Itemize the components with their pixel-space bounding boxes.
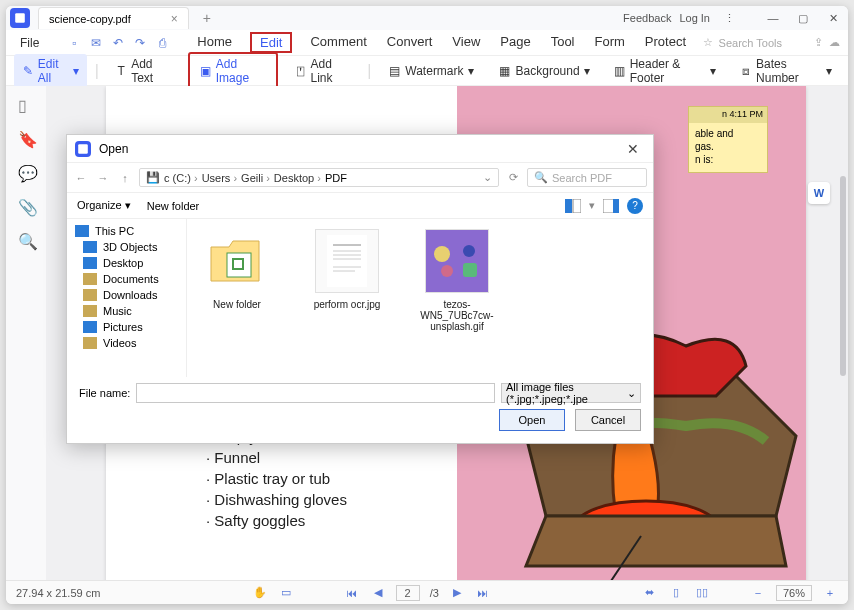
nav-forward-icon[interactable]: →	[95, 172, 111, 184]
search-panel-icon[interactable]: 🔍	[18, 232, 34, 248]
search-placeholder: Search PDF	[552, 172, 612, 184]
view-mode-icon[interactable]	[565, 199, 581, 213]
current-page[interactable]: 2	[396, 585, 420, 601]
tab-convert[interactable]: Convert	[385, 32, 435, 53]
file-item-jpg[interactable]: perform ocr.jpg	[307, 229, 387, 310]
nav-videos[interactable]: Videos	[67, 335, 186, 351]
bookmark-icon[interactable]: 🔖	[18, 130, 34, 146]
header-footer-button[interactable]: ▥ Header & Footer▾	[606, 54, 724, 88]
background-button[interactable]: ▦ Background▾	[490, 61, 598, 81]
thumbnails-icon[interactable]: ▯	[18, 96, 34, 112]
path-breadcrumb[interactable]: 💾 c (C:) Users Geili Desktop PDF ⌄	[139, 168, 499, 187]
mail-icon[interactable]: ✉	[87, 34, 105, 52]
login-link[interactable]: Log In	[679, 12, 710, 24]
last-page-icon[interactable]: ⏭	[475, 585, 491, 601]
tab-edit[interactable]: Edit	[250, 32, 292, 53]
hand-tool-icon[interactable]: ✋	[252, 585, 268, 601]
nav-back-icon[interactable]: ←	[73, 172, 89, 184]
statusbar: 27.94 x 21.59 cm ✋ ▭ ⏮ ◀ 2 /3 ▶ ⏭ ⬌ ▯ ▯▯…	[6, 580, 848, 604]
word-export-badge[interactable]: W	[808, 182, 830, 204]
save-icon[interactable]: ▫	[65, 34, 83, 52]
dialog-search-input[interactable]: 🔍 Search PDF	[527, 168, 647, 187]
tab-add-button[interactable]: +	[197, 10, 217, 26]
tab-form[interactable]: Form	[593, 32, 627, 53]
crumb[interactable]: c (C:)	[164, 172, 198, 184]
two-page-icon[interactable]: ▯▯	[694, 585, 710, 601]
tab-tool[interactable]: Tool	[549, 32, 577, 53]
share-icon[interactable]: ⇪	[814, 36, 823, 49]
sticky-note[interactable]: n 4:11 PM able and gas. n is:	[688, 106, 768, 173]
nav-3d-objects[interactable]: 3D Objects	[67, 239, 186, 255]
crumb[interactable]: Geili	[241, 172, 270, 184]
cancel-button[interactable]: Cancel	[575, 409, 641, 431]
star-icon[interactable]: ☆	[703, 36, 713, 49]
fit-page-icon[interactable]: ▯	[668, 585, 684, 601]
next-page-icon[interactable]: ▶	[449, 585, 465, 601]
folder-tree[interactable]: This PC 3D Objects Desktop Documents Dow…	[67, 219, 187, 377]
file-item-gif[interactable]: tezos-WN5_7UBc7cw-unsplash.gif	[417, 229, 497, 332]
tab-page[interactable]: Page	[498, 32, 532, 53]
filename-input[interactable]	[136, 383, 495, 403]
nav-up-icon[interactable]: ↑	[117, 172, 133, 184]
chevron-down-icon[interactable]: ▾	[589, 199, 595, 212]
tab-view[interactable]: View	[450, 32, 482, 53]
open-button[interactable]: Open	[499, 409, 565, 431]
zoom-level[interactable]: 76%	[776, 585, 812, 601]
nav-documents[interactable]: Documents	[67, 271, 186, 287]
select-tool-icon[interactable]: ▭	[278, 585, 294, 601]
filetype-filter[interactable]: All image files (*.jpg;*.jpeg;*.jpe⌄	[501, 383, 641, 403]
scrollbar[interactable]	[840, 176, 846, 376]
add-text-button[interactable]: T Add Text	[107, 54, 180, 88]
edit-all-label: Edit All	[38, 57, 69, 85]
tab-protect[interactable]: Protect	[643, 32, 688, 53]
bates-number-button[interactable]: ⧈ Bates Number▾	[732, 54, 840, 88]
list-item: · Dishwashing gloves	[206, 489, 436, 510]
feedback-link[interactable]: Feedback	[623, 12, 671, 24]
more-icon[interactable]: ⋮	[718, 9, 740, 27]
nav-this-pc[interactable]: This PC	[67, 223, 186, 239]
total-pages: /3	[430, 587, 439, 599]
tab-close-icon[interactable]: ×	[171, 12, 178, 26]
refresh-icon[interactable]: ⟳	[505, 171, 521, 184]
tab-comment[interactable]: Comment	[308, 32, 368, 53]
add-link-button[interactable]: ⍞ Add Link	[286, 54, 359, 88]
nav-desktop[interactable]: Desktop	[67, 255, 186, 271]
preview-pane-icon[interactable]	[603, 199, 619, 213]
nav-music[interactable]: Music	[67, 303, 186, 319]
crumb[interactable]: Users	[202, 172, 237, 184]
zoom-out-icon[interactable]: −	[750, 585, 766, 601]
organize-menu[interactable]: Organize ▾	[77, 199, 131, 212]
crumb[interactable]: PDF	[325, 172, 347, 184]
redo-icon[interactable]: ↷	[131, 34, 149, 52]
document-tab[interactable]: science-copy.pdf ×	[38, 7, 189, 29]
newfolder-button[interactable]: New folder	[147, 200, 200, 212]
zoom-in-icon[interactable]: +	[822, 585, 838, 601]
comment-panel-icon[interactable]: 💬	[18, 164, 34, 180]
file-item-folder[interactable]: New folder	[197, 229, 277, 310]
tab-home[interactable]: Home	[195, 32, 234, 53]
dialog-close-button[interactable]: ✕	[621, 141, 645, 157]
first-page-icon[interactable]: ⏮	[344, 585, 360, 601]
nav-downloads[interactable]: Downloads	[67, 287, 186, 303]
chevron-down-icon[interactable]: ⌄	[483, 171, 492, 184]
cloud-icon[interactable]: ☁	[829, 36, 840, 49]
edit-all-button[interactable]: ✎ Edit All ▾	[14, 54, 87, 88]
add-image-button[interactable]: ▣ Add Image	[188, 52, 279, 90]
file-name: perform ocr.jpg	[307, 299, 387, 310]
disk-icon: 💾	[146, 171, 160, 184]
close-button[interactable]: ✕	[822, 9, 844, 27]
crumb[interactable]: Desktop	[274, 172, 321, 184]
nav-pictures[interactable]: Pictures	[67, 319, 186, 335]
list-item: · Safty goggles	[206, 510, 436, 531]
print-icon[interactable]: ⎙	[153, 34, 171, 52]
file-menu[interactable]: File	[14, 34, 45, 52]
undo-icon[interactable]: ↶	[109, 34, 127, 52]
prev-page-icon[interactable]: ◀	[370, 585, 386, 601]
attachment-icon[interactable]: 📎	[18, 198, 34, 214]
minimize-button[interactable]: —	[762, 9, 784, 27]
maximize-button[interactable]: ▢	[792, 9, 814, 27]
watermark-button[interactable]: ▤ Watermark▾	[379, 61, 481, 81]
help-icon[interactable]: ?	[627, 198, 643, 214]
search-tools[interactable]: Search Tools	[719, 37, 782, 49]
fit-width-icon[interactable]: ⬌	[642, 585, 658, 601]
